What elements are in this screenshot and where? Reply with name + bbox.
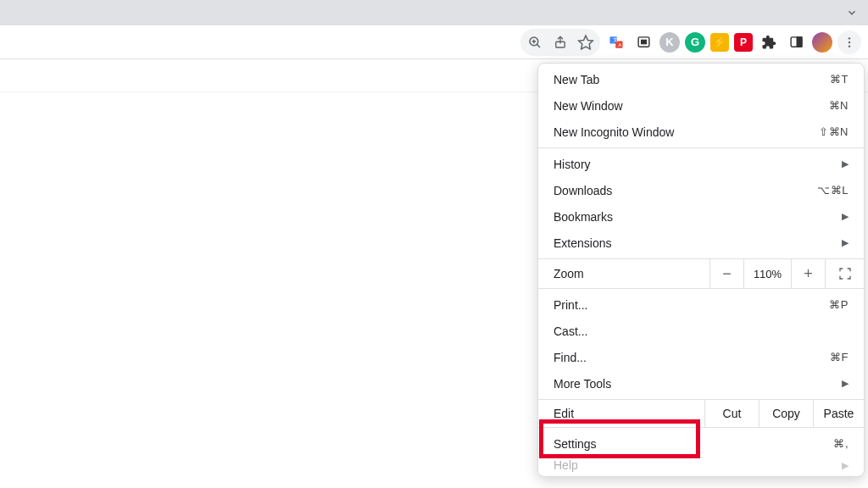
menu-history-label: History (554, 158, 837, 171)
paste-label: Paste (824, 407, 854, 420)
svg-point-14 (849, 37, 850, 39)
svg-point-16 (849, 45, 850, 47)
reader-icon[interactable] (632, 31, 654, 53)
menu-help-label: Help (554, 458, 837, 472)
translate-extension-icon[interactable]: 文A (605, 31, 627, 53)
svg-line-1 (537, 44, 540, 47)
menu-new-tab-label: New Tab (554, 73, 830, 86)
menu-edit-row: Edit Cut Copy Paste (538, 399, 864, 428)
browser-toolbar: 文A K G ⚡ P (0, 25, 868, 59)
menu-zoom-label: Zoom (538, 267, 709, 280)
extensions-puzzle-icon[interactable] (758, 31, 780, 53)
svg-marker-5 (579, 36, 593, 49)
zoom-percentage: 110% (743, 258, 791, 289)
menu-settings-shortcut: ⌘, (833, 437, 849, 450)
menu-bookmarks-label: Bookmarks (554, 210, 837, 224)
menu-new-window[interactable]: New Window ⌘N (538, 92, 864, 119)
menu-find[interactable]: Find... ⌘F (538, 344, 864, 370)
menu-settings-label: Settings (554, 437, 833, 451)
menu-extensions[interactable]: Extensions ▶ (538, 230, 864, 256)
chrome-menu: New Tab ⌘T New Window ⌘N New Incognito W… (537, 63, 865, 477)
svg-rect-13 (797, 37, 802, 47)
menu-incognito-shortcut: ⇧⌘N (819, 125, 849, 138)
minus-icon: − (722, 265, 732, 283)
svg-rect-11 (640, 40, 646, 45)
copy-label: Copy (772, 407, 800, 420)
svg-text:A: A (618, 42, 621, 47)
fullscreen-button[interactable] (825, 258, 864, 289)
submenu-arrow-icon: ▶ (842, 378, 849, 389)
profile-avatar[interactable] (812, 32, 832, 53)
zoom-out-button[interactable]: − (709, 258, 743, 289)
menu-downloads[interactable]: Downloads ⌥⌘L (538, 177, 864, 203)
zoom-icon[interactable] (524, 31, 546, 53)
extension-k-icon[interactable]: K (659, 32, 680, 53)
submenu-arrow-icon: ▶ (842, 237, 849, 248)
menu-print-shortcut: ⌘P (829, 298, 849, 311)
menu-extensions-label: Extensions (554, 236, 837, 250)
address-actions-pill (520, 29, 600, 56)
menu-settings[interactable]: Settings ⌘, (538, 430, 864, 457)
window-titlebar (0, 0, 868, 25)
star-icon[interactable] (575, 31, 597, 53)
menu-help[interactable]: Help ▶ (538, 457, 864, 474)
menu-incognito[interactable]: New Incognito Window ⇧⌘N (538, 119, 864, 145)
extension-yellow-label: ⚡ (713, 36, 726, 48)
menu-downloads-shortcut: ⌥⌘L (817, 184, 849, 197)
menu-kebab-icon[interactable] (837, 30, 861, 54)
extension-k-label: K (665, 36, 673, 48)
plus-icon: + (804, 265, 813, 283)
pinterest-label: P (740, 36, 747, 48)
menu-bookmarks[interactable]: Bookmarks ▶ (538, 203, 864, 230)
menu-incognito-label: New Incognito Window (554, 125, 819, 139)
menu-zoom-row: Zoom − 110% + (538, 258, 864, 289)
svg-text:文: 文 (613, 36, 618, 42)
menu-find-label: Find... (554, 351, 830, 364)
cut-button[interactable]: Cut (704, 399, 759, 428)
pinterest-icon[interactable]: P (734, 33, 753, 52)
copy-button[interactable]: Copy (759, 399, 813, 428)
menu-new-tab[interactable]: New Tab ⌘T (538, 66, 864, 92)
chevron-down-icon[interactable] (846, 7, 858, 22)
menu-find-shortcut: ⌘F (830, 351, 849, 363)
submenu-arrow-icon: ▶ (842, 211, 849, 222)
zoom-in-button[interactable]: + (791, 258, 825, 289)
sidepanel-icon[interactable] (785, 31, 807, 53)
menu-edit-label: Edit (538, 407, 704, 420)
svg-point-15 (849, 41, 850, 42)
cut-label: Cut (723, 407, 742, 420)
grammarly-icon[interactable]: G (685, 32, 705, 53)
menu-downloads-label: Downloads (554, 184, 817, 197)
grammarly-label: G (691, 36, 699, 48)
submenu-arrow-icon: ▶ (842, 460, 849, 471)
menu-cast[interactable]: Cast... (538, 318, 864, 344)
share-icon[interactable] (549, 31, 571, 53)
menu-cast-label: Cast... (554, 324, 849, 338)
menu-print-label: Print... (554, 298, 829, 312)
menu-more-tools[interactable]: More Tools ▶ (538, 370, 864, 396)
menu-new-window-label: New Window (554, 99, 829, 113)
extension-yellow-icon[interactable]: ⚡ (710, 33, 729, 52)
menu-history[interactable]: History ▶ (538, 151, 864, 177)
menu-more-tools-label: More Tools (554, 377, 837, 391)
paste-button[interactable]: Paste (813, 399, 864, 428)
menu-new-tab-shortcut: ⌘T (830, 73, 849, 86)
submenu-arrow-icon: ▶ (842, 158, 849, 169)
menu-print[interactable]: Print... ⌘P (538, 291, 864, 318)
menu-new-window-shortcut: ⌘N (829, 99, 849, 112)
